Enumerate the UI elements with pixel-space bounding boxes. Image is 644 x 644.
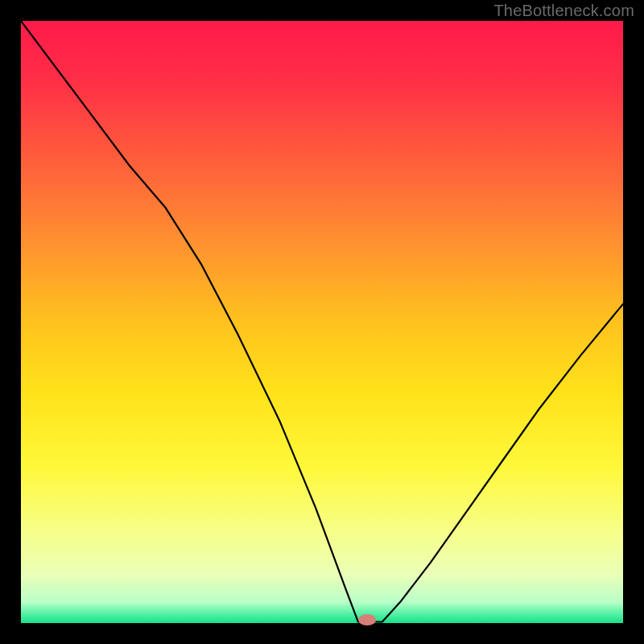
chart-stage: TheBottleneck.com <box>0 0 644 644</box>
watermark-text: TheBottleneck.com <box>493 2 634 20</box>
bottleneck-chart <box>0 0 644 644</box>
optimal-point-marker <box>358 614 376 625</box>
plot-background <box>21 21 623 623</box>
